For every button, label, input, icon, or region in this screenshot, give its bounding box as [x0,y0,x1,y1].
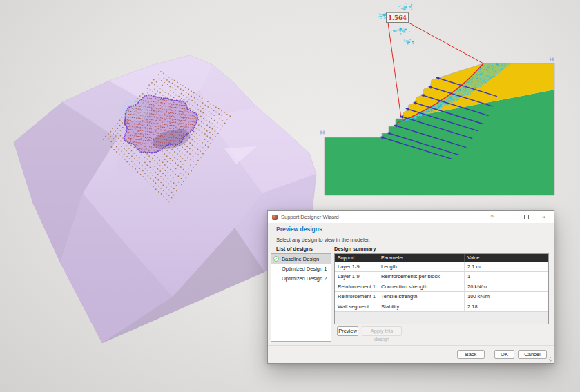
column-header[interactable]: Value [465,254,548,262]
support-designer-wizard-dialog: Support Designer Wizard ? × Preview desi… [267,210,554,364]
table-row[interactable]: Reinforcement 1Connection strength20 kN/… [335,282,548,292]
close-button[interactable]: × [535,211,552,223]
section-2d-view[interactable] [318,0,559,204]
selected-check-icon: ✓ [273,256,279,262]
table-cell: Connection strength [378,282,465,291]
table-cell: 2.18 [465,302,548,311]
help-button[interactable]: ? [483,211,501,223]
table-cell: 2.1 m [465,262,548,271]
wizard-step-title: Preview designs [276,226,322,233]
apply-design-button[interactable]: Apply this design [362,326,402,336]
table-cell: 20 kN/m [465,282,548,291]
design-list-item[interactable]: Optimized Design 2 [271,273,331,283]
scatter-clouds [378,3,414,44]
design-summary-table: SupportParameterValue Layer 1-9Length2.1… [334,253,549,324]
design-list-item[interactable]: Optimized Design 1 [271,264,331,273]
table-cell: Length [378,262,465,271]
ok-button[interactable]: OK [494,350,514,359]
table-row[interactable]: Layer 1-9Length2.1 m [335,262,548,272]
maximize-icon [524,215,529,219]
list-of-designs-label: List of designs [276,246,313,252]
design-list-item[interactable]: ✓Baseline Design [271,254,331,264]
column-header[interactable]: Parameter [378,254,465,262]
table-cell: Wall segment [335,302,378,311]
table-cell: 1 [465,272,548,281]
table-cell: 100 kN/m [465,292,548,301]
table-body: Layer 1-9Length2.1 mLayer 1-9Reinforceme… [335,262,548,312]
slope-materials [325,63,554,195]
table-cell: Reinforcements per block [378,272,465,281]
app-icon [272,215,278,220]
dialog-title: Support Designer Wizard [281,214,339,220]
factor-of-safety-label: 1.564 [386,12,409,23]
preview-button[interactable]: Preview [337,326,358,336]
table-row[interactable]: Layer 1-9Reinforcements per block1 [335,272,548,282]
minimize-icon [508,217,512,217]
wizard-step-description: Select any design to view in the modeler… [276,237,370,243]
cancel-button[interactable]: Cancel [518,350,547,359]
maximize-button[interactable] [518,211,535,223]
dialog-titlebar[interactable]: Support Designer Wizard ? × [268,211,554,223]
table-cell: Reinforcement 1 [335,292,378,301]
app-background: 1.564 Support Designer Wizard ? × Previe… [0,0,580,392]
table-header: SupportParameterValue [335,254,548,262]
design-summary-label: Design summary [334,246,376,252]
back-button[interactable]: Back [457,350,485,359]
minimize-button[interactable] [501,211,518,223]
table-cell: Stability [378,302,465,311]
table-row[interactable]: Reinforcement 1Tensile strength100 kN/m [335,292,548,302]
footer-separator [268,345,554,346]
table-row[interactable]: Wall segmentStability2.18 [335,302,548,312]
table-cell: Layer 1-9 [335,262,378,271]
table-cell: Tensile strength [378,292,465,301]
design-list: ✓Baseline DesignOptimized Design 1Optimi… [271,253,331,342]
table-cell: Reinforcement 1 [335,282,378,291]
column-header[interactable]: Support [335,254,378,262]
table-cell: Layer 1-9 [335,272,378,281]
resize-grip[interactable] [548,357,552,362]
